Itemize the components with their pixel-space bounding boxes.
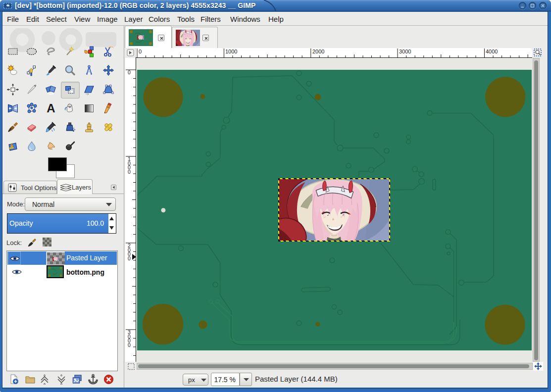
svg-text:A: A <box>47 102 55 114</box>
